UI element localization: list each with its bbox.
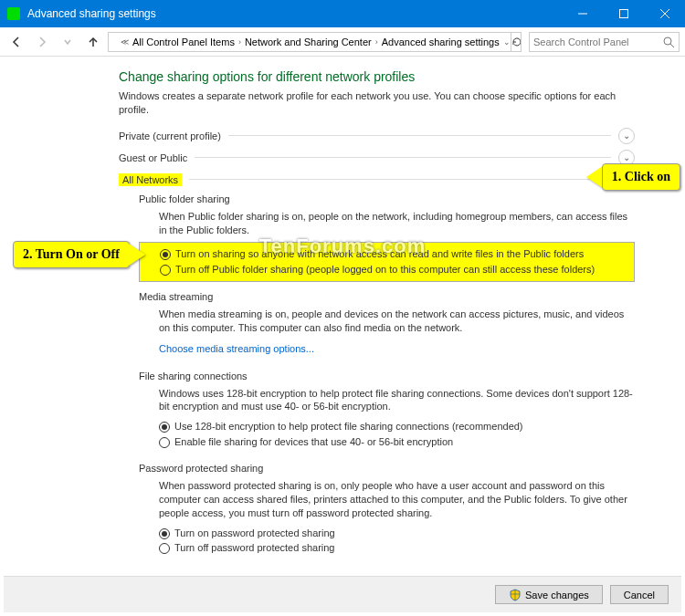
app-icon: [7, 7, 20, 20]
radio-public-off[interactable]: Turn off Public folder sharing (people l…: [160, 262, 630, 277]
breadcrumb[interactable]: ≪ All Control Panel Items › Network and …: [108, 32, 522, 52]
radio-password-off[interactable]: Turn off password protected sharing: [159, 540, 635, 556]
public-folder-title: Public folder sharing: [139, 193, 635, 204]
up-button[interactable]: [82, 31, 104, 53]
section-private-title: Private (current profile): [119, 131, 221, 141]
callout-1-text: 1. Click on: [602, 163, 680, 191]
window-title: Advanced sharing settings: [27, 7, 562, 20]
title-bar: Advanced sharing settings: [0, 0, 685, 27]
media-title: Media streaming: [139, 291, 635, 302]
close-button[interactable]: [644, 0, 685, 27]
radio-icon: [160, 265, 171, 276]
subsection-media: Media streaming When media streaming is …: [119, 286, 635, 365]
content-area: Change sharing options for different net…: [0, 57, 685, 577]
radio-password-on-label: Turn on password protected sharing: [174, 527, 335, 540]
section-private-header[interactable]: Private (current profile) ⌄: [119, 128, 635, 144]
radio-40bit-label: Enable file sharing for devices that use…: [174, 435, 453, 449]
back-button[interactable]: [5, 31, 27, 53]
search-icon: [662, 36, 675, 48]
refresh-button[interactable]: [511, 32, 522, 52]
svg-rect-1: [619, 10, 627, 18]
svg-point-5: [664, 37, 671, 45]
file-conn-desc: Windows uses 128-bit encryption to help …: [139, 385, 635, 420]
subsection-public-folder: Public folder sharing When Public folder…: [119, 188, 635, 286]
radio-public-off-label: Turn off Public folder sharing (people l…: [175, 263, 595, 277]
radio-public-on[interactable]: Turn on sharing so anyone with network a…: [160, 246, 630, 262]
crumb-all-items[interactable]: All Control Panel Items: [130, 37, 237, 47]
cancel-label: Cancel: [624, 590, 655, 600]
callout-2: 2. Turn On or Off: [13, 241, 145, 268]
radio-icon: [159, 422, 170, 433]
search-input[interactable]: Search Control Panel: [529, 32, 680, 52]
shield-icon: [509, 589, 522, 601]
cancel-button[interactable]: Cancel: [610, 585, 669, 604]
forward-button[interactable]: [31, 31, 53, 53]
callout-1: 1. Click on: [586, 163, 680, 191]
recent-dropdown[interactable]: [57, 31, 79, 53]
crumb-advanced-sharing[interactable]: Advanced sharing settings: [379, 37, 502, 47]
public-folder-options: Turn on sharing so anyone with network a…: [139, 242, 635, 282]
footer: Save changes Cancel: [4, 576, 681, 612]
section-all-networks-title: All Networks: [119, 173, 182, 186]
radio-password-on[interactable]: Turn on password protected sharing: [159, 526, 635, 541]
save-changes-label: Save changes: [525, 590, 589, 600]
radio-128bit[interactable]: Use 128-bit encryption to help protect f…: [159, 419, 635, 434]
page-intro: Windows creates a separate network profi…: [119, 89, 635, 117]
save-changes-button[interactable]: Save changes: [495, 585, 603, 604]
subsection-password: Password protected sharing When password…: [119, 457, 635, 563]
subsection-file-connections: File sharing connections Windows uses 12…: [119, 365, 635, 457]
password-title: Password protected sharing: [139, 463, 635, 474]
section-all-networks: All Networks ⌃ Public folder sharing Whe…: [119, 172, 635, 564]
radio-icon: [159, 437, 170, 448]
search-placeholder: Search Control Panel: [533, 37, 629, 47]
public-folder-desc: When Public folder sharing is on, people…: [139, 208, 635, 243]
radio-public-on-label: Turn on sharing so anyone with network a…: [175, 247, 584, 261]
radio-40bit[interactable]: Enable file sharing for devices that use…: [159, 434, 635, 450]
minimize-button[interactable]: [562, 0, 603, 27]
file-conn-options: Use 128-bit encryption to help protect f…: [139, 419, 635, 454]
section-all-networks-header[interactable]: All Networks ⌃: [119, 172, 635, 188]
media-desc: When media streaming is on, people and d…: [139, 306, 635, 340]
section-private: Private (current profile) ⌄: [119, 128, 635, 144]
section-guest-title: Guest or Public: [119, 152, 187, 163]
radio-128bit-label: Use 128-bit encryption to help protect f…: [174, 420, 523, 433]
section-guest: Guest or Public ⌄: [119, 150, 635, 166]
page-heading: Change sharing options for different net…: [119, 69, 635, 84]
radio-password-off-label: Turn off password protected sharing: [174, 541, 334, 555]
radio-icon: [160, 249, 171, 260]
maximize-button[interactable]: [603, 0, 644, 27]
password-desc: When password protected sharing is on, o…: [139, 477, 635, 526]
section-guest-header[interactable]: Guest or Public ⌄: [119, 150, 635, 166]
password-options: Turn on password protected sharing Turn …: [139, 526, 635, 560]
radio-icon: [159, 528, 170, 539]
chevron-down-icon[interactable]: ⌄: [618, 128, 635, 144]
crumb-network-center[interactable]: Network and Sharing Center: [242, 37, 374, 47]
media-options-link[interactable]: Choose media streaming options...: [159, 343, 314, 354]
window-buttons: [562, 0, 685, 27]
navigation-bar: ≪ All Control Panel Items › Network and …: [0, 27, 685, 57]
radio-icon: [159, 543, 170, 554]
callout-2-text: 2. Turn On or Off: [13, 241, 130, 268]
file-conn-title: File sharing connections: [139, 371, 635, 381]
chevron-right-icon[interactable]: ≪: [120, 37, 130, 47]
svg-line-6: [670, 44, 674, 47]
